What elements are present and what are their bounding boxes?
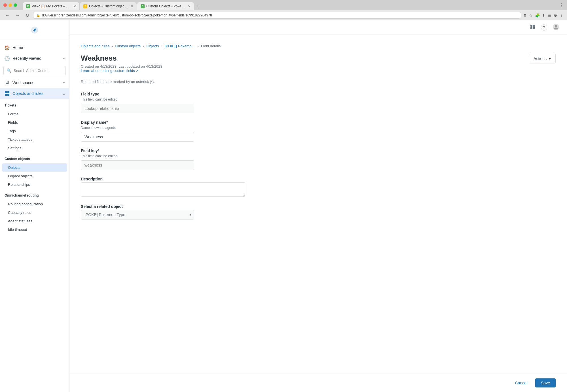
breadcrumb-objects-and-rules[interactable]: Objects and rules <box>81 44 109 48</box>
field-type-sublabel: This field can't be edited <box>81 97 556 101</box>
relationships-label: Relationships <box>8 182 30 187</box>
sidebar-item-capacity-rules[interactable]: Capacity rules <box>2 208 67 217</box>
tab-2-title: Objects - Custom objects - O… <box>89 4 128 8</box>
save-button[interactable]: Save <box>535 378 556 387</box>
sidebar-item-recently-viewed[interactable]: 🕐 Recently viewed ▾ <box>0 53 69 64</box>
back-button[interactable]: ← <box>3 12 11 18</box>
sidebar-item-workspaces[interactable]: 🖥 Workspaces ▾ <box>0 77 69 88</box>
related-object-label: Select a related object <box>81 204 556 209</box>
svg-rect-6 <box>530 27 532 29</box>
related-object-select[interactable]: [POKE] Pokemon Type <box>81 210 194 220</box>
custom-objects-section-header: Custom objects <box>0 152 69 163</box>
help-icon[interactable]: ? <box>541 24 547 31</box>
sidebar-item-forms[interactable]: Forms <box>2 110 67 118</box>
breadcrumb-sep-3: › <box>161 44 162 48</box>
maximize-button[interactable] <box>14 3 17 7</box>
sidebar-logo <box>0 20 69 40</box>
actions-chevron-icon: ▾ <box>549 56 551 61</box>
capacity-rules-label: Capacity rules <box>8 210 31 215</box>
tab-3-close[interactable]: ✕ <box>188 5 191 8</box>
sidebar-item-objects-and-rules[interactable]: Objects and rules ▴ <box>0 88 69 99</box>
field-key-label: Field key* <box>81 148 556 153</box>
browser-tab-2[interactable]: Z Objects - Custom objects - O… ✕ <box>80 2 137 10</box>
objects-rules-icon <box>5 91 10 96</box>
breadcrumb-field-details: Field details <box>201 44 221 48</box>
browser-tab-3[interactable]: C Custom Objects - Pokémon - … ✕ <box>137 2 194 10</box>
objects-rules-label: Objects and rules <box>12 91 60 96</box>
breadcrumb-objects[interactable]: Objects <box>146 44 159 48</box>
objects-icon-svg <box>5 91 10 96</box>
grid-icon[interactable] <box>529 23 536 32</box>
field-key-sublabel: This field can't be edited <box>81 154 556 158</box>
omnichannel-section-title: Omnichannel routing <box>5 193 65 197</box>
download-icon[interactable]: ⬇ <box>542 13 545 18</box>
home-label: Home <box>12 45 65 50</box>
sidebar-item-home[interactable]: 🏠 Home <box>0 42 69 53</box>
tickets-section-header: Tickets <box>0 99 69 110</box>
close-button[interactable] <box>3 3 7 7</box>
sidebar-icon[interactable]: ▤ <box>548 13 551 18</box>
browser-chrome: M View: 📋 My Tickets – Versch… ✕ Z Objec… <box>0 0 567 20</box>
field-type-group: Field type This field can't be edited <box>81 92 556 113</box>
minimize-button[interactable] <box>9 3 12 7</box>
sidebar-item-relationships[interactable]: Relationships <box>2 180 67 189</box>
breadcrumb-poke-pokemon[interactable]: [POKE] Pokemo… <box>165 44 195 48</box>
user-avatar-icon[interactable] <box>552 23 560 32</box>
svg-rect-4 <box>530 25 532 27</box>
lock-icon: 🔒 <box>36 14 40 17</box>
search-input[interactable] <box>14 69 63 73</box>
forward-button[interactable]: → <box>14 12 22 18</box>
breadcrumb-custom-objects[interactable]: Custom objects <box>115 44 141 48</box>
browser-tab-1[interactable]: M View: 📋 My Tickets – Versch… ✕ <box>23 2 79 10</box>
display-name-group: Display name* Name shown to agents <box>81 120 556 142</box>
sidebar-item-fields[interactable]: Fields <box>2 118 67 127</box>
sidebar-item-agent-statuses[interactable]: Agent statuses <box>2 217 67 225</box>
sidebar-item-settings[interactable]: Settings <box>2 144 67 152</box>
external-link-icon: ↗ <box>136 69 138 73</box>
description-input[interactable] <box>81 182 245 197</box>
ticket-statuses-label: Ticket statuses <box>8 137 32 142</box>
new-tab-button[interactable]: + <box>194 2 201 10</box>
sidebar-item-objects[interactable]: Objects <box>2 163 67 172</box>
zendesk-logo-icon <box>29 25 40 35</box>
refresh-button[interactable]: ↻ <box>24 12 31 19</box>
share-icon[interactable]: ⬆ <box>523 13 527 18</box>
tickets-section-title: Tickets <box>5 103 65 107</box>
recently-viewed-label: Recently viewed <box>12 56 60 61</box>
display-name-input[interactable] <box>81 132 194 142</box>
clock-icon: 🕐 <box>5 56 10 61</box>
address-bar[interactable]: 🔒 d3v-verschoren.zendesk.com/admin/objec… <box>33 12 521 19</box>
sidebar-item-routing-configuration[interactable]: Routing configuration <box>2 200 67 208</box>
window-controls[interactable]: ⋮ <box>556 0 567 10</box>
sidebar-item-tags[interactable]: Tags <box>2 127 67 135</box>
tab-2-close[interactable]: ✕ <box>131 5 133 8</box>
tab-1-close[interactable]: ✕ <box>73 5 76 8</box>
tab-1-favicon: M <box>26 4 30 8</box>
extensions-icon[interactable]: 🧩 <box>535 13 540 18</box>
page-header: Weakness Created on 4/13/2023. Last upda… <box>81 54 556 73</box>
workspaces-chevron: ▾ <box>63 81 65 84</box>
tags-label: Tags <box>8 129 16 133</box>
actions-button[interactable]: Actions ▾ <box>529 54 556 63</box>
search-box[interactable]: 🔍 <box>3 66 66 75</box>
routing-configuration-label: Routing configuration <box>8 202 43 206</box>
breadcrumb-sep-1: › <box>112 44 113 48</box>
learn-link[interactable]: Learn about editing custom fields ↗ <box>81 69 138 73</box>
app-container: 🏠 Home 🕐 Recently viewed ▾ 🔍 🖥 Workspace… <box>0 20 567 392</box>
tab-3-favicon: C <box>141 4 145 8</box>
svg-rect-3 <box>7 94 9 96</box>
agent-statuses-label: Agent statuses <box>8 219 32 223</box>
display-name-sublabel: Name shown to agents <box>81 126 556 130</box>
description-group: Description <box>81 177 556 197</box>
forms-label: Forms <box>8 112 18 116</box>
bookmark-icon[interactable]: ☆ <box>529 13 533 18</box>
settings-icon[interactable]: ⚙ <box>554 13 557 18</box>
sidebar-item-idle-timeout[interactable]: Idle timeout <box>2 225 67 234</box>
settings-label: Settings <box>8 146 21 150</box>
sidebar-item-ticket-statuses[interactable]: Ticket statuses <box>2 135 67 144</box>
idle-timeout-label: Idle timeout <box>8 227 27 232</box>
cancel-button[interactable]: Cancel <box>510 378 532 387</box>
menu-icon[interactable]: ⋮ <box>560 13 564 18</box>
field-key-input <box>81 160 194 170</box>
sidebar-item-legacy-objects[interactable]: Legacy objects <box>2 172 67 180</box>
